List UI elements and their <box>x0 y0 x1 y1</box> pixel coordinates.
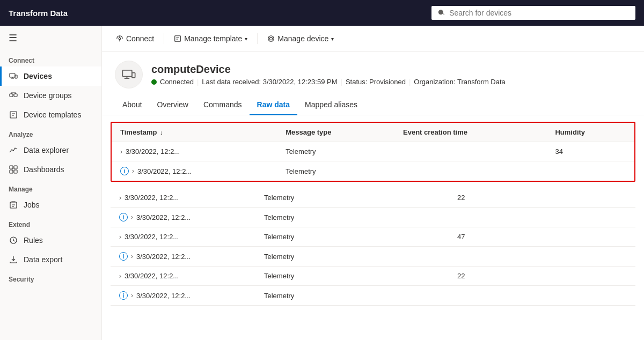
sidebar-item-dashboards[interactable]: Dashboards <box>0 160 101 179</box>
svg-rect-5 <box>10 166 13 169</box>
cell-timestamp-2: i › 3/30/2022, 12:2... <box>112 161 277 181</box>
cell-ect-e4 <box>341 247 449 267</box>
cell-mt-e5: Telemetry <box>255 267 341 286</box>
status-separator-1: | <box>197 78 199 86</box>
search-input[interactable] <box>449 9 629 17</box>
table-row: › 3/30/2022, 12:2... Telemetry 34 <box>112 142 634 161</box>
manage-device-button[interactable]: Manage device ▾ <box>262 31 339 46</box>
sidebar-item-data-explorer[interactable]: Data explorer <box>0 141 101 160</box>
cell-hum-e5: 22 <box>449 267 635 286</box>
connect-button[interactable]: Connect <box>111 31 159 46</box>
sidebar-label-device-groups: Device groups <box>24 91 72 100</box>
cell-ts-e1: › 3/30/2022, 12:2... <box>111 188 255 208</box>
expand-chevron-e5[interactable]: › <box>119 272 121 280</box>
sidebar-label-data-explorer: Data explorer <box>24 146 69 154</box>
app-title: Transform Data <box>9 9 68 18</box>
rules-icon <box>9 235 18 245</box>
info-icon-e4[interactable]: i <box>119 252 128 261</box>
sidebar-item-data-export[interactable]: Data export <box>0 250 101 269</box>
svg-point-14 <box>268 36 274 42</box>
col-humidity: Humidity <box>546 123 634 142</box>
section-manage: Manage <box>0 179 101 195</box>
cell-mt-e4: Telemetry <box>255 247 341 267</box>
toolbar-divider-1 <box>164 33 164 44</box>
info-icon-1[interactable]: i <box>120 167 129 175</box>
expand-chevron-e6[interactable]: › <box>131 292 133 299</box>
status-separator-2: | <box>341 78 342 86</box>
cell-humidity-1: 34 <box>546 142 634 161</box>
device-last-data: Last data received: 3/30/2022, 12:23:59 … <box>202 78 337 86</box>
tab-raw-data[interactable]: Raw data <box>250 95 297 115</box>
timestamp-value-2: 3/30/2022, 12:2... <box>137 167 192 175</box>
ts-val-e6: 3/30/2022, 12:2... <box>136 292 191 300</box>
sidebar-label-device-templates: Device templates <box>24 110 81 119</box>
cell-message-type-1: Telemetry <box>277 142 394 161</box>
sidebar-label-data-export: Data export <box>24 255 62 264</box>
hamburger-menu[interactable]: ☰ <box>0 26 101 50</box>
connect-icon <box>116 35 123 42</box>
expand-chevron-e2[interactable]: › <box>131 213 133 221</box>
content-area: Connect Manage template ▾ Manage device … <box>102 26 644 340</box>
topbar: Transform Data <box>0 0 644 26</box>
section-analyze: Analyze <box>0 124 101 141</box>
connect-label: Connect <box>126 34 154 43</box>
table-row: › 3/30/2022, 12:2... Telemetry 22 <box>111 267 635 286</box>
ts-val-e5: 3/30/2022, 12:2... <box>125 272 179 280</box>
cell-ect-e2 <box>341 208 449 227</box>
manage-template-button[interactable]: Manage template ▾ <box>169 31 253 46</box>
info-icon-e6[interactable]: i <box>119 291 128 300</box>
table-row: i › 3/30/2022, 12:2... Telemetry <box>111 286 635 306</box>
sidebar-item-devices[interactable]: Devices <box>0 66 101 86</box>
highlighted-table-wrapper: Timestamp ↓ Message type Event creation … <box>111 122 635 182</box>
tab-overview[interactable]: Overview <box>150 95 196 115</box>
info-icon-e2[interactable]: i <box>119 213 128 221</box>
svg-point-11 <box>119 38 121 40</box>
device-templates-icon <box>9 110 18 120</box>
sidebar-item-device-groups[interactable]: Device groups <box>0 86 101 105</box>
data-export-icon <box>9 255 18 264</box>
expand-chevron-e3[interactable]: › <box>119 233 121 241</box>
tab-about[interactable]: About <box>115 95 150 115</box>
expand-chevron-e4[interactable]: › <box>131 253 133 260</box>
svg-rect-7 <box>10 170 13 173</box>
col-message-type: Message type <box>277 123 394 142</box>
cell-mt-e2: Telemetry <box>255 208 341 227</box>
ts-val-e4: 3/30/2022, 12:2... <box>136 253 191 261</box>
sidebar-label-dashboards: Dashboards <box>24 165 64 174</box>
cell-hum-e2 <box>449 208 635 227</box>
svg-point-13 <box>270 37 273 40</box>
cell-hum-e3: 47 <box>449 227 635 247</box>
device-avatar <box>115 61 143 88</box>
device-header: computeDevice Connected | Last data rece… <box>102 52 644 95</box>
expand-chevron-1[interactable]: › <box>120 148 122 156</box>
search-box[interactable] <box>431 6 635 20</box>
sidebar-item-rules[interactable]: Rules <box>0 231 101 250</box>
svg-rect-4 <box>10 112 17 118</box>
svg-rect-16 <box>132 73 135 78</box>
device-status-row: Connected | Last data received: 3/30/202… <box>151 78 506 86</box>
devices-icon <box>9 71 18 81</box>
device-organization: Organization: Transform Data <box>414 78 506 86</box>
ts-val-e3: 3/30/2022, 12:2... <box>125 233 179 241</box>
expand-chevron-e1[interactable]: › <box>119 194 121 202</box>
expand-chevron-2[interactable]: › <box>132 167 134 175</box>
sidebar-item-jobs[interactable]: Jobs <box>0 195 101 215</box>
tab-mapped-aliases[interactable]: Mapped aliases <box>297 95 365 115</box>
cell-ect-e6 <box>341 286 449 306</box>
ts-val-e2: 3/30/2022, 12:2... <box>136 213 191 221</box>
status-connected-dot <box>151 79 157 85</box>
tab-commands[interactable]: Commands <box>196 95 250 115</box>
table-row: i › 3/30/2022, 12:2... Telemetry <box>111 208 635 227</box>
cell-ts-e4: i › 3/30/2022, 12:2... <box>111 247 255 267</box>
table-area: Timestamp ↓ Message type Event creation … <box>102 115 644 340</box>
status-separator-3: | <box>409 78 411 86</box>
sort-icon: ↓ <box>160 129 163 136</box>
main-layout: ☰ Connect Devices Device groups Device t… <box>0 26 644 340</box>
manage-device-icon <box>267 35 275 42</box>
highlighted-table: Timestamp ↓ Message type Event creation … <box>112 123 634 181</box>
svg-rect-0 <box>10 73 15 77</box>
manage-template-chevron: ▾ <box>245 36 247 42</box>
toolbar: Connect Manage template ▾ Manage device … <box>102 26 644 52</box>
sidebar-item-device-templates[interactable]: Device templates <box>0 105 101 124</box>
cell-message-type-2: Telemetry <box>277 161 394 181</box>
